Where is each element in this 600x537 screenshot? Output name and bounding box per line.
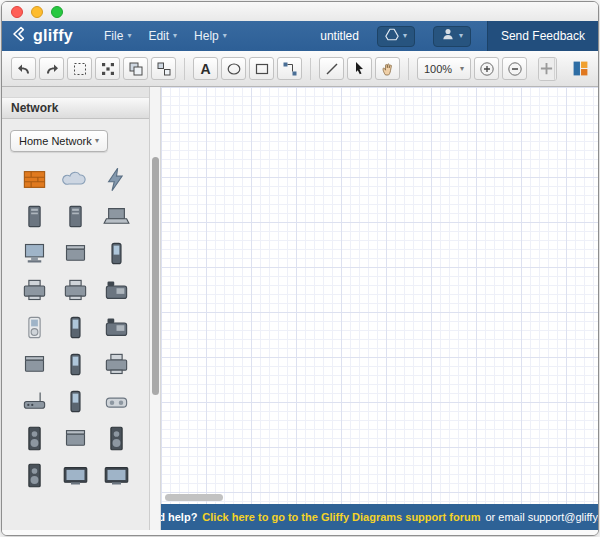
canvas-hscrollbar-thumb[interactable] (165, 494, 223, 501)
shape-monitor[interactable] (102, 460, 132, 490)
google-drive-icon (385, 27, 399, 45)
line-tool-icon (324, 61, 340, 77)
gliffy-logo-icon (12, 26, 28, 46)
zoom-in-button[interactable] (474, 57, 499, 80)
move-tool-button[interactable] (539, 58, 555, 80)
shape-desktop-computer[interactable] (20, 238, 50, 268)
caret-down-icon: ▾ (460, 65, 464, 73)
gliffy-logo: gliffy (12, 26, 73, 46)
sidebar-scrollbar-thumb[interactable] (152, 157, 159, 395)
shape-speaker[interactable] (20, 423, 50, 453)
zoom-level-select[interactable]: 100% ▾ (417, 57, 471, 80)
shape-modem[interactable] (20, 349, 50, 379)
arrange-button[interactable] (95, 57, 120, 80)
caret-down-icon: ▾ (127, 32, 131, 40)
rectangle-tool-icon (254, 61, 270, 77)
shape-firewall[interactable] (20, 164, 50, 194)
minimize-window-button[interactable] (31, 6, 43, 18)
shape-smartphone[interactable] (61, 386, 91, 416)
shape-sidebar: Network Home Network ▾ (2, 87, 150, 530)
shape-game-console[interactable] (102, 386, 132, 416)
google-drive-button[interactable]: ▾ (377, 26, 415, 47)
toolbar-separator (184, 58, 185, 80)
shape-laptop[interactable] (102, 201, 132, 231)
marquee-select-icon (72, 61, 88, 77)
zoom-level-value: 100% (424, 63, 452, 75)
main-area: Network Home Network ▾ Need help? Click … (2, 87, 598, 530)
theme-picker-button[interactable] (572, 57, 589, 80)
document-title[interactable]: untitled (320, 29, 359, 43)
support-forum-link[interactable]: Click here to go to the Gliffy Diagrams … (202, 511, 480, 523)
rectangle-tool-button[interactable] (249, 57, 274, 80)
user-account-button[interactable]: ▾ (433, 26, 471, 47)
shape-cloud[interactable] (61, 164, 91, 194)
zoom-in-icon (479, 61, 495, 77)
shape-flip-phone[interactable] (61, 312, 91, 342)
zoom-window-button[interactable] (51, 6, 63, 18)
shape-fax-machine[interactable] (102, 349, 132, 379)
shape-desk-phone[interactable] (102, 275, 132, 305)
canvas-options-group (538, 57, 557, 81)
menu-file[interactable]: File▾ (104, 29, 131, 43)
caret-down-icon: ▾ (403, 32, 407, 40)
ungroup-button[interactable] (151, 57, 176, 80)
toolbar: A 100% ▾ (2, 51, 598, 87)
shape-subwoofer[interactable] (102, 423, 132, 453)
ungroup-icon (156, 61, 172, 77)
shape-lightning[interactable] (102, 164, 132, 194)
shape-printer[interactable] (20, 275, 50, 305)
shape-scanner[interactable] (61, 275, 91, 305)
app-window: gliffy File▾Edit▾Help▾ untitled ▾ ▾ Send… (1, 1, 599, 536)
grid-toggle-button[interactable] (555, 58, 557, 80)
shape-section-header[interactable]: Network (2, 98, 149, 119)
line-tool-button[interactable] (319, 57, 344, 80)
sidebar-top-strip (2, 87, 149, 98)
need-help-label: Need help? (161, 511, 197, 523)
shape-wireless-router[interactable] (20, 386, 50, 416)
shape-mp3-player[interactable] (20, 312, 50, 342)
shape-speaker-tower[interactable] (20, 460, 50, 490)
shape-workstation[interactable] (61, 201, 91, 231)
group-button[interactable] (123, 57, 148, 80)
menu-help[interactable]: Help▾ (194, 29, 227, 43)
shape-external-drive[interactable] (61, 238, 91, 268)
close-window-button[interactable] (11, 6, 23, 18)
support-email-text: or email support@gliffy.com (485, 511, 598, 523)
sidebar-scrollbar[interactable] (150, 87, 161, 530)
shape-grid (2, 156, 149, 498)
shape-pda[interactable] (61, 349, 91, 379)
zoom-out-button[interactable] (502, 57, 527, 80)
menu-bar: File▾Edit▾Help▾ (87, 29, 227, 43)
shape-server[interactable] (20, 201, 50, 231)
shape-cell-phone[interactable] (102, 238, 132, 268)
text-tool-label: A (200, 61, 210, 77)
window-bottom-edge (2, 530, 598, 535)
toolbar-separator (310, 58, 311, 80)
ellipse-tool-button[interactable] (221, 57, 246, 80)
ellipse-tool-icon (226, 61, 242, 77)
help-footer: Need help? Click here to go to the Gliff… (161, 504, 598, 530)
app-header: gliffy File▾Edit▾Help▾ untitled ▾ ▾ Send… (2, 21, 598, 51)
caret-down-icon: ▾ (173, 32, 177, 40)
connector-tool-button[interactable] (277, 57, 302, 80)
redo-button[interactable] (39, 57, 64, 80)
shape-office-phone[interactable] (102, 312, 132, 342)
pan-tool-button[interactable] (375, 57, 400, 80)
marquee-select-button[interactable] (67, 57, 92, 80)
send-feedback-button[interactable]: Send Feedback (487, 21, 598, 51)
undo-button[interactable] (11, 57, 36, 80)
canvas-column: Need help? Click here to go to the Gliff… (161, 87, 598, 530)
shape-television[interactable] (61, 460, 91, 490)
shape-library-select[interactable]: Home Network ▾ (10, 130, 108, 152)
text-tool-button[interactable]: A (193, 57, 218, 80)
hand-icon (380, 61, 396, 77)
drawing-canvas[interactable] (161, 87, 598, 504)
pointer-tool-button[interactable] (347, 57, 372, 80)
pointer-tool-icon (352, 61, 368, 77)
shape-library-value: Home Network (19, 135, 92, 147)
menu-edit[interactable]: Edit▾ (148, 29, 177, 43)
connector-tool-icon (282, 61, 298, 77)
shape-projector[interactable] (61, 423, 91, 453)
gliffy-logo-text: gliffy (33, 27, 73, 45)
theme-swatches-icon (572, 60, 589, 77)
